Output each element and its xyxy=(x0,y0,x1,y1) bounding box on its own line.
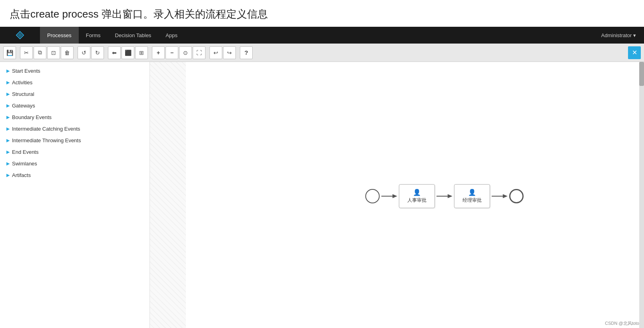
align-button[interactable]: ⬅ xyxy=(108,46,121,59)
bpmn-start-event[interactable] xyxy=(365,189,380,203)
copy-button[interactable]: ⧉ xyxy=(34,46,46,59)
sequence-flow-arrow xyxy=(380,191,399,201)
user-menu[interactable]: Administrator ▾ xyxy=(601,32,644,38)
zoom-reset-button[interactable]: ⊙ xyxy=(179,46,192,59)
sidebar-item-label: End Events xyxy=(12,149,39,155)
sidebar-item-swimlanes[interactable]: ▶ Swimlanes xyxy=(0,158,150,169)
user-icon-2: 👤 xyxy=(468,189,476,196)
diagram-container: 👤 人事审批 👤 经理审批 xyxy=(365,184,524,208)
save-button[interactable]: 💾 xyxy=(3,46,16,59)
sequence-flow-arrow-3 xyxy=(490,191,509,201)
navbar-logo xyxy=(0,31,40,40)
sidebar-item-label: Structural xyxy=(12,91,34,97)
footer-watermark: CSDN @北风toto xyxy=(605,320,639,326)
delete-button[interactable]: 🗑 xyxy=(61,46,74,59)
redo-button[interactable]: ↻ xyxy=(91,46,104,59)
sidebar-item-label: Swimlanes xyxy=(12,161,37,167)
flow-right-button[interactable]: ↪ xyxy=(223,46,236,59)
chevron-right-icon: ▶ xyxy=(6,68,10,74)
canvas-scrollbar[interactable] xyxy=(639,62,644,328)
chevron-right-icon: ▶ xyxy=(6,91,10,97)
flow-left-button[interactable]: ↩ xyxy=(209,46,222,59)
bpmn-task-1[interactable]: 👤 人事审批 xyxy=(399,184,435,208)
zoom-out-button[interactable]: − xyxy=(165,46,178,59)
chevron-right-icon: ▶ xyxy=(6,80,10,85)
sidebar-item-activities[interactable]: ▶ Activities xyxy=(0,77,150,88)
sidebar-item-intermediate-throwing[interactable]: ▶ Intermediate Throwing Events xyxy=(0,135,150,146)
svg-marker-3 xyxy=(393,194,397,198)
chevron-right-icon: ▶ xyxy=(6,126,10,131)
tab-decision-tables[interactable]: Decision Tables xyxy=(108,27,159,44)
cut-button[interactable]: ✂ xyxy=(20,46,33,59)
paste-button[interactable]: ⊡ xyxy=(47,46,60,59)
grid-button[interactable]: ⊞ xyxy=(135,46,148,59)
tab-processes[interactable]: Processes xyxy=(40,27,79,44)
tab-apps[interactable]: Apps xyxy=(158,27,185,44)
chevron-right-icon: ▶ xyxy=(6,161,10,166)
bpmn-end-event[interactable] xyxy=(509,189,524,203)
user-icon: 👤 xyxy=(413,189,421,196)
canvas-area[interactable]: 👤 人事审批 👤 经理审批 xyxy=(150,62,644,328)
diamond-icon xyxy=(16,31,24,40)
sidebar-item-label: Activities xyxy=(12,80,32,85)
undo-button[interactable]: ↺ xyxy=(78,46,90,59)
fit-button[interactable]: ⛶ xyxy=(193,46,205,59)
task2-label: 经理审批 xyxy=(463,197,482,204)
sidebar-item-label: Intermediate Catching Events xyxy=(12,126,80,132)
chevron-right-icon: ▶ xyxy=(6,115,10,120)
navbar-tabs: Processes Forms Decision Tables Apps xyxy=(40,27,601,44)
sidebar-item-boundary-events[interactable]: ▶ Boundary Events xyxy=(0,111,150,123)
sidebar: ▶ Start Events ▶ Activities ▶ Structural… xyxy=(0,62,150,328)
center-button[interactable]: ⬛ xyxy=(122,46,134,59)
sidebar-item-label: Gateways xyxy=(12,103,35,109)
sidebar-item-label: Intermediate Throwing Events xyxy=(12,137,81,143)
sidebar-item-label: Artifacts xyxy=(12,172,31,178)
scrollbar-thumb[interactable] xyxy=(639,62,644,86)
sidebar-item-intermediate-catching[interactable]: ▶ Intermediate Catching Events xyxy=(0,123,150,135)
main-layout: ▶ Start Events ▶ Activities ▶ Structural… xyxy=(0,62,644,328)
chevron-right-icon: ▶ xyxy=(6,149,10,155)
chevron-right-icon: ▶ xyxy=(6,103,10,108)
chevron-right-icon: ▶ xyxy=(6,173,10,178)
navbar: Processes Forms Decision Tables Apps Adm… xyxy=(0,27,644,44)
sidebar-item-artifacts[interactable]: ▶ Artifacts xyxy=(0,169,150,181)
page-title: 点击create process 弹出窗口。录入相关的流程定义信息 xyxy=(0,0,644,27)
svg-marker-5 xyxy=(448,194,453,198)
sidebar-item-structural[interactable]: ▶ Structural xyxy=(0,88,150,100)
svg-marker-7 xyxy=(503,194,508,198)
task1-label: 人事审批 xyxy=(407,197,427,204)
tab-forms[interactable]: Forms xyxy=(79,27,108,44)
toolbar: 💾 ✂ ⧉ ⊡ 🗑 ↺ ↻ ⬅ ⬛ ⊞ + − ⊙ ⛶ ↩ ↪ ? ✕ xyxy=(0,44,644,62)
sidebar-item-start-events[interactable]: ▶ Start Events xyxy=(0,65,150,77)
canvas-stripe xyxy=(150,62,186,328)
help-button[interactable]: ? xyxy=(240,46,253,59)
sidebar-item-label: Start Events xyxy=(12,68,40,74)
sidebar-item-label: Boundary Events xyxy=(12,114,52,120)
close-button[interactable]: ✕ xyxy=(628,46,641,59)
sidebar-item-gateways[interactable]: ▶ Gateways xyxy=(0,100,150,111)
chevron-right-icon: ▶ xyxy=(6,138,10,143)
sidebar-item-end-events[interactable]: ▶ End Events xyxy=(0,146,150,158)
bpmn-task-2[interactable]: 👤 经理审批 xyxy=(454,184,490,208)
zoom-in-button[interactable]: + xyxy=(152,46,165,59)
sequence-flow-arrow-2 xyxy=(435,191,454,201)
